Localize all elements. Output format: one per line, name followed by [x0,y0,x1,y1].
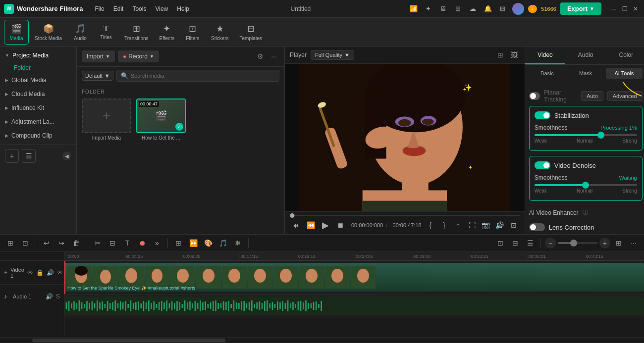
crop-button[interactable]: ⊟ [106,237,119,249]
tool-templates[interactable]: ⊟ Templates [235,20,268,44]
sub-tab-basic[interactable]: Basic [529,68,566,79]
bell-icon[interactable]: 🔔 [483,3,493,14]
filter-icon[interactable]: ⚙ [255,51,266,62]
import-media-area[interactable]: + [82,98,131,133]
menu-file[interactable]: File [91,3,108,14]
apps-icon[interactable]: ⊟ [497,3,508,14]
grid-view-icon[interactable]: ⊞ [495,49,506,60]
more-options-btn[interactable]: ··· [627,237,640,249]
delete-button[interactable]: 🗑 [70,237,83,249]
tool-titles[interactable]: T Titles [94,21,118,43]
out-point-button[interactable]: } [438,219,450,231]
tool-audio[interactable]: 🎵 Audio [68,20,93,44]
zoom-thumb[interactable] [570,240,577,246]
tool-stock-media[interactable]: 📦 Stock Media [30,20,67,44]
tab-audio[interactable]: Audio [565,47,606,64]
sidebar-item-compound-clip[interactable]: ▶ Compound Clip [0,129,76,143]
plus-button[interactable]: + [528,5,537,13]
planar-auto-button[interactable]: Auto [581,91,603,101]
timeline-layout-icon[interactable]: ⊞ [4,237,17,249]
redo-button[interactable]: ↪ [55,237,68,249]
planar-tracking-toggle[interactable] [529,92,540,100]
group-btn[interactable]: ☰ [524,237,537,249]
audio-clip[interactable] [64,296,644,315]
sub-tab-ai-tools[interactable]: AI Tools [606,68,643,79]
denoise-toggle[interactable] [535,161,550,169]
ai-icon[interactable]: ✦ [423,3,434,14]
record-tl-button[interactable]: ⏺ [136,237,149,249]
menu-help[interactable]: Help [173,3,193,14]
tab-video[interactable]: Video [525,47,566,64]
more-ctrl-button[interactable]: ⊡ [508,219,520,231]
text-tool-button[interactable]: T [121,237,134,249]
menu-edit[interactable]: Edit [109,3,128,14]
tool-filters[interactable]: ⊡ Filters [180,20,205,44]
cloud-icon[interactable]: ☁ [468,3,479,14]
track-add-icon[interactable]: + [4,269,7,276]
menu-tools[interactable]: Tools [128,3,150,14]
stop-button[interactable]: ⏹ [334,219,346,231]
more-tl-button[interactable]: » [151,237,163,249]
export-button[interactable]: Export ▼ [560,2,601,15]
new-folder-button[interactable]: + [5,149,19,163]
sidebar-item-adjustment[interactable]: ▶ Adjustment La... [0,115,76,129]
tool-stickers[interactable]: ★ Stickers [206,20,234,44]
extract-button[interactable]: ↑ [452,219,464,231]
full-screen-button[interactable]: ⛶ [466,219,478,231]
video-track-visible-icon[interactable]: 👁 [57,269,63,276]
search-input[interactable] [131,73,275,79]
transition-btn[interactable]: ⊞ [172,237,185,249]
freeze-btn[interactable]: ❄ [231,237,244,249]
sub-tab-mask[interactable]: Mask [567,68,604,79]
grid-tl-btn[interactable]: ⊞ [612,237,625,249]
more-icon[interactable]: ··· [268,51,279,62]
audio-btn[interactable]: 🎵 [216,237,229,249]
zoom-in-button[interactable]: + [599,238,610,248]
skip-back-button[interactable]: ⏮ [290,219,302,231]
stabilization-slider-thumb[interactable] [597,132,604,139]
video-thumb-img[interactable]: 🎬 00:00:47 ✓ [136,98,186,133]
collapse-panel-button[interactable]: ◀ [62,151,71,160]
list-view-button[interactable]: ☰ [22,149,36,163]
volume-button[interactable]: 🔊 [494,219,506,231]
minimize-button[interactable]: ─ [609,4,618,13]
import-media-thumb[interactable]: + Import Media [82,98,131,141]
close-button[interactable]: ✕ [631,4,640,13]
snapshot-ctrl-button[interactable]: 📷 [480,219,492,231]
sidebar-item-project-media[interactable]: ▼ Project Media [0,49,76,62]
video-track-audio-icon[interactable]: 🔊 [47,269,54,276]
sidebar-item-cloud-media[interactable]: ▶ Cloud Media [0,87,76,101]
maximize-button[interactable]: ❐ [620,4,629,13]
denoise-slider-thumb[interactable] [582,182,589,189]
sidebar-item-global-media[interactable]: ▶ Global Media [0,73,76,87]
video-track-lock-icon[interactable]: 🔒 [36,269,44,276]
denoise-waiting-value[interactable]: Waiting [619,175,637,181]
denoise-slider-track[interactable] [535,184,637,186]
speed-btn[interactable]: ⏩ [187,237,200,249]
scrubber-head[interactable] [290,213,294,218]
snapshot-icon[interactable]: 🖼 [509,49,520,60]
ai-info-icon[interactable]: ⓘ [583,209,588,216]
audio-detach-btn[interactable]: ⊟ [509,237,522,249]
quality-select[interactable]: Full Quality ▼ [311,50,354,60]
frame-back-button[interactable]: ⏪ [305,219,317,231]
video-clip[interactable]: How to Get the Sparkle Smokey Eye ✨ #mak… [64,263,644,292]
video-thumb[interactable]: 🎬 00:00:47 ✓ How to Get the ... [136,98,186,141]
in-point-button[interactable]: { [425,219,436,231]
audio-track-solo-icon[interactable]: S [56,293,60,300]
timeline-scrollbar[interactable] [0,337,644,343]
user-avatar[interactable] [512,3,524,15]
cut-button[interactable]: ✂ [91,237,104,249]
lens-correction-toggle[interactable] [529,223,545,231]
screen-icon[interactable]: 🖥 [438,3,449,14]
tab-color[interactable]: Color [606,47,644,64]
video-track-eye-icon[interactable]: 👁 [27,269,33,276]
stabilization-toggle[interactable] [535,111,550,119]
default-select[interactable]: Default ▼ [82,71,113,81]
tool-media[interactable]: 🎬 Media [4,20,29,45]
sidebar-sub-folder[interactable]: Folder [0,62,76,73]
color-btn[interactable]: 🎨 [202,237,215,249]
stabilization-processing-value[interactable]: Processing 1% [600,125,637,131]
split-audio-btn[interactable]: ⊡ [494,237,507,249]
stabilization-slider-track[interactable] [535,134,637,136]
